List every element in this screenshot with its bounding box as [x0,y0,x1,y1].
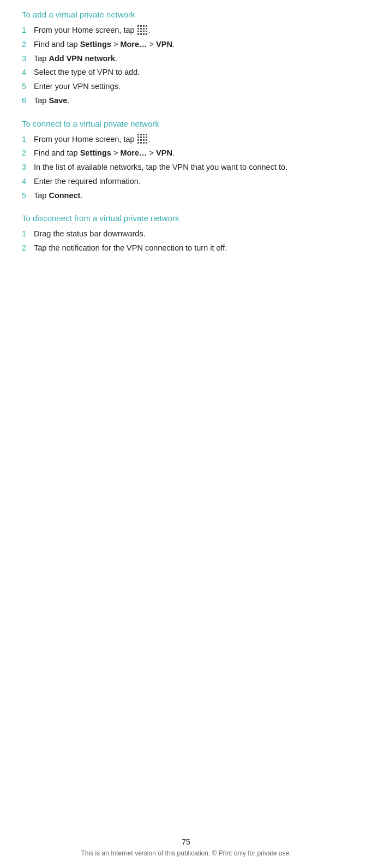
apps-grid-icon [137,25,148,35]
list-item: 4 Select the type of VPN to add. [22,67,350,79]
step-text: From your Home screen, tap . [34,134,350,146]
step-number: 3 [22,53,34,65]
list-item: 4 Enter the required information. [22,176,350,188]
step-number: 4 [22,67,34,79]
section-disconnect-vpn: To disconnect from a virtual private net… [22,213,350,254]
step-number: 2 [22,242,34,254]
step-text: Find and tap Settings > More… > VPN. [34,147,350,159]
steps-list-add-vpn: 1 From your Home screen, tap . 2 Find an… [22,25,350,107]
step-text: Enter the required information. [34,176,350,188]
list-item: 2 Tap the notification for the VPN conne… [22,242,350,254]
section-title-disconnect-vpn: To disconnect from a virtual private net… [22,213,350,223]
step-number: 5 [22,81,34,93]
step-text: Tap Add VPN network. [34,53,350,65]
page-number: 75 [0,837,372,846]
list-item: 5 Tap Connect. [22,190,350,202]
page-footer: 75 This is an Internet version of this p… [0,837,372,857]
list-item: 1 From your Home screen, tap . [22,25,350,37]
list-item: 5 Enter your VPN settings. [22,81,350,93]
section-title-add-vpn: To add a virtual private network [22,10,350,19]
step-number: 1 [22,134,34,146]
step-text: Tap the notification for the VPN connect… [34,242,350,254]
step-text: From your Home screen, tap . [34,25,350,37]
step-number: 4 [22,176,34,188]
apps-grid-icon [137,134,148,144]
step-number: 2 [22,39,34,51]
page-content: To add a virtual private network 1 From … [0,0,372,299]
steps-list-disconnect-vpn: 1 Drag the status bar downwards. 2 Tap t… [22,228,350,254]
step-text: Drag the status bar downwards. [34,228,350,240]
list-item: 6 Tap Save. [22,95,350,107]
step-number: 2 [22,147,34,159]
step-number: 1 [22,228,34,240]
step-text: In the list of available networks, tap t… [34,162,350,174]
step-number: 3 [22,162,34,174]
section-add-vpn: To add a virtual private network 1 From … [22,10,350,107]
step-number: 1 [22,25,34,37]
steps-list-connect-vpn: 1 From your Home screen, tap . 2 Find an… [22,134,350,202]
step-text: Select the type of VPN to add. [34,67,350,79]
footer-text: This is an Internet version of this publ… [0,849,372,857]
list-item: 1 From your Home screen, tap . [22,134,350,146]
list-item: 3 In the list of available networks, tap… [22,162,350,174]
section-title-connect-vpn: To connect to a virtual private network [22,119,350,128]
step-text: Find and tap Settings > More… > VPN. [34,39,350,51]
step-number: 6 [22,95,34,107]
list-item: 1 Drag the status bar downwards. [22,228,350,240]
step-number: 5 [22,190,34,202]
list-item: 2 Find and tap Settings > More… > VPN. [22,39,350,51]
section-connect-vpn: To connect to a virtual private network … [22,119,350,202]
step-text: Enter your VPN settings. [34,81,350,93]
step-text: Tap Save. [34,95,350,107]
list-item: 2 Find and tap Settings > More… > VPN. [22,147,350,159]
step-text: Tap Connect. [34,190,350,202]
list-item: 3 Tap Add VPN network. [22,53,350,65]
